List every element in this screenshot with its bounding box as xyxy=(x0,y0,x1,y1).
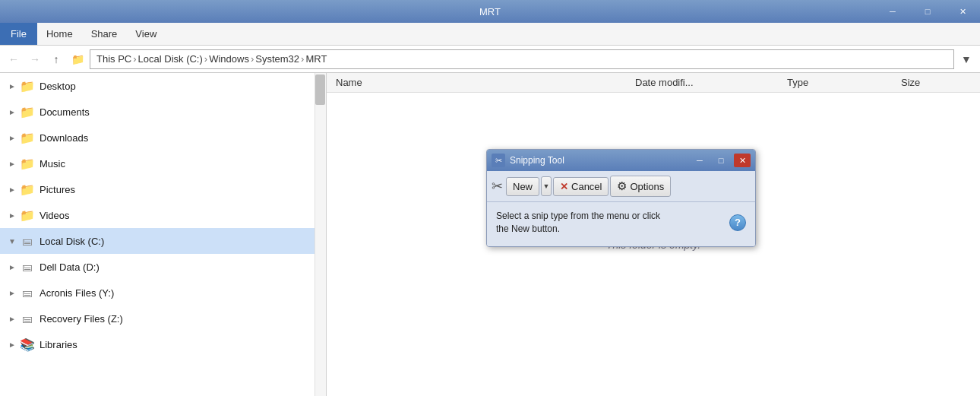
title-bar: MRT ─ □ ✕ xyxy=(0,0,980,23)
folder-icon: 📁 xyxy=(20,78,35,93)
path-windows: Windows xyxy=(209,53,249,65)
sidebar-item-desktop[interactable]: ► 📁 Desktop xyxy=(0,73,326,99)
maximize-button[interactable]: □ xyxy=(910,0,945,23)
chevron-icon: ► xyxy=(6,131,18,144)
sidebar-scroll[interactable]: ► 📁 Desktop ► 📁 Documents ► 📁 Downloads … xyxy=(0,73,326,396)
path-mrt: MRT xyxy=(305,53,327,65)
sidebar-item-local-disk-c[interactable]: ▼ 🖴 Local Disk (C:) xyxy=(0,228,326,254)
snipping-body-text: Select a snip type from the menu or clic… xyxy=(496,210,723,236)
content-area: Name Date modifi... Type Size This folde… xyxy=(327,73,980,396)
forward-button[interactable]: → xyxy=(26,50,44,68)
folder-icon: 📁 xyxy=(68,50,87,68)
folder-icon: 📁 xyxy=(20,208,35,223)
minimize-button[interactable]: ─ xyxy=(875,0,910,23)
new-dropdown-arrow[interactable]: ▼ xyxy=(541,176,552,196)
dropdown-button[interactable]: ▼ xyxy=(957,50,975,68)
drive-icon: 🖴 xyxy=(20,259,35,274)
sidebar-item-videos[interactable]: ► 📁 Videos xyxy=(0,202,326,228)
menu-share[interactable]: Share xyxy=(82,23,127,45)
sidebar-item-downloads[interactable]: ► 📁 Downloads xyxy=(0,125,326,150)
folder-icon: 📁 xyxy=(20,182,35,197)
chevron-icon: ► xyxy=(6,209,18,221)
menu-file[interactable]: File xyxy=(0,23,37,45)
snipping-toolbar: ✂ New ▼ ✕ Cancel ⚙ Options xyxy=(487,171,755,202)
col-header-date[interactable]: Date modifi... xyxy=(632,77,784,88)
snipping-close-btn[interactable]: ✕ xyxy=(734,154,751,167)
path-system32: System32 xyxy=(255,53,299,65)
chevron-icon: ► xyxy=(6,338,18,350)
chevron-icon: ► xyxy=(6,157,18,169)
folder-icon: 📁 xyxy=(20,130,35,145)
snipping-maximize-btn[interactable]: □ xyxy=(713,154,729,167)
menu-view[interactable]: View xyxy=(126,23,166,45)
snipping-body: Select a snip type from the menu or clic… xyxy=(487,202,755,246)
scrollbar-thumb[interactable] xyxy=(315,74,325,105)
main-layout: ► 📁 Desktop ► 📁 Documents ► 📁 Downloads … xyxy=(0,73,980,396)
chevron-icon: ► xyxy=(6,183,18,195)
drive-icon: 🖴 xyxy=(20,233,35,249)
help-button[interactable]: ? xyxy=(729,214,746,231)
sidebar: ► 📁 Desktop ► 📁 Documents ► 📁 Downloads … xyxy=(0,73,327,396)
chevron-icon: ► xyxy=(6,106,18,118)
chevron-icon: ► xyxy=(6,261,18,273)
up-button[interactable]: ↑ xyxy=(47,50,65,68)
path-local-disk: Local Disk (C:) xyxy=(138,53,203,65)
chevron-icon: ► xyxy=(6,312,18,325)
new-snip-button[interactable]: New xyxy=(506,177,539,196)
col-header-size[interactable]: Size xyxy=(898,77,974,88)
sidebar-item-pictures[interactable]: ► 📁 Pictures xyxy=(0,176,326,202)
window-title: MRT xyxy=(479,6,501,17)
sidebar-item-acronis-files[interactable]: ► 🖴 Acronis Files (Y:) xyxy=(0,280,326,306)
drive-icon: 🖴 xyxy=(20,311,35,326)
scissors-icon: ✂ xyxy=(492,178,503,195)
options-snip-button[interactable]: ⚙ Options xyxy=(610,176,671,197)
snipping-titlebar: ✂ Snipping Tool ─ □ ✕ xyxy=(487,150,755,171)
col-header-name[interactable]: Name xyxy=(333,77,632,88)
address-path-display[interactable]: This PC › Local Disk (C:) › Windows › Sy… xyxy=(90,49,954,69)
sidebar-item-libraries[interactable]: ► 📚 Libraries xyxy=(0,331,326,357)
path-this-pc: This PC xyxy=(96,53,131,65)
window-controls: ─ □ ✕ xyxy=(875,0,980,23)
snipping-tool-icon: ✂ xyxy=(492,154,505,167)
library-icon: 📚 xyxy=(20,337,35,352)
folder-icon: 📁 xyxy=(20,104,35,119)
address-bar: ← → ↑ 📁 This PC › Local Disk (C:) › Wind… xyxy=(0,46,980,73)
sidebar-item-documents[interactable]: ► 📁 Documents xyxy=(0,99,326,125)
drive-icon: 🖴 xyxy=(20,285,35,300)
sidebar-scrollbar[interactable] xyxy=(315,73,326,396)
column-headers: Name Date modifi... Type Size xyxy=(327,73,980,93)
sidebar-item-music[interactable]: ► 📁 Music xyxy=(0,150,326,176)
menu-home[interactable]: Home xyxy=(37,23,82,45)
snipping-tool-dialog: ✂ Snipping Tool ─ □ ✕ ✂ New ▼ ✕ Cancel xyxy=(486,149,756,247)
cancel-x-icon: ✕ xyxy=(560,181,568,192)
chevron-icon: ▼ xyxy=(6,235,18,247)
chevron-icon: ► xyxy=(6,287,18,299)
snipping-minimize-btn[interactable]: ─ xyxy=(691,154,708,167)
close-button[interactable]: ✕ xyxy=(945,0,980,23)
cancel-snip-button[interactable]: ✕ Cancel xyxy=(553,177,609,196)
snipping-title: Snipping Tool xyxy=(510,155,687,166)
back-button[interactable]: ← xyxy=(5,50,23,68)
col-header-type[interactable]: Type xyxy=(784,77,898,88)
chevron-icon: ► xyxy=(6,80,18,92)
sidebar-item-recovery-files[interactable]: ► 🖴 Recovery Files (Z:) xyxy=(0,306,326,331)
gear-icon: ⚙ xyxy=(617,179,627,193)
folder-icon: 📁 xyxy=(20,156,35,171)
menu-bar: File Home Share View xyxy=(0,23,980,46)
sidebar-item-dell-data[interactable]: ► 🖴 Dell Data (D:) xyxy=(0,254,326,280)
